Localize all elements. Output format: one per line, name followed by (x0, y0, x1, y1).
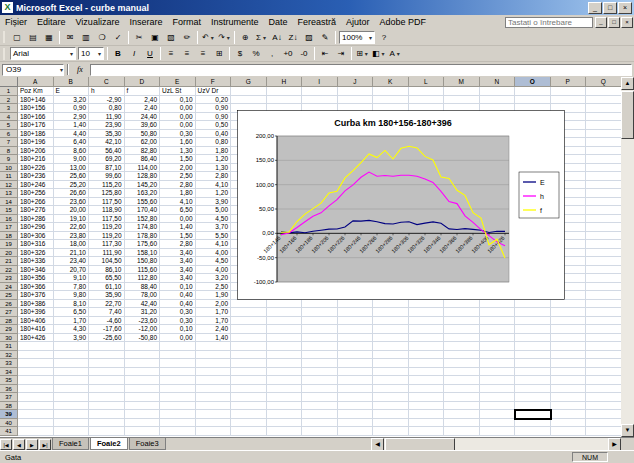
cell-B30[interactable]: 3,90 (54, 334, 90, 343)
cell-F25[interactable]: 1,90 (196, 291, 232, 300)
cell-Q21[interactable] (586, 257, 621, 266)
cell-N38[interactable] (480, 402, 516, 411)
cell-E38[interactable] (160, 402, 196, 411)
cell-A41[interactable] (18, 427, 54, 436)
row-header-36[interactable]: 36 (0, 385, 18, 394)
cell-A30[interactable]: 180+426 (18, 334, 54, 343)
cell-A14[interactable]: 180+266 (18, 198, 54, 207)
cell-G35[interactable] (231, 376, 267, 385)
cell-A21[interactable]: 180+336 (18, 257, 54, 266)
cell-E23[interactable]: 3,40 (160, 274, 196, 283)
cell-C26[interactable]: 22,70 (89, 300, 125, 309)
cell-D32[interactable] (125, 351, 161, 360)
cell-I41[interactable] (302, 427, 338, 436)
cell-O1[interactable] (515, 87, 551, 96)
cell-D20[interactable]: 158,10 (125, 249, 161, 258)
decrease-decimal-button[interactable]: -0 (296, 46, 312, 61)
cell-M34[interactable] (444, 368, 480, 377)
cell-Q7[interactable] (586, 138, 621, 147)
cell-M41[interactable] (444, 427, 480, 436)
cell-A40[interactable] (18, 419, 54, 428)
cell-P26[interactable] (551, 300, 587, 309)
comma-style-button[interactable]: , (264, 46, 280, 61)
vertical-scrollbar[interactable]: ▲ ▼ (621, 77, 634, 437)
cell-D36[interactable] (125, 385, 161, 394)
cell-E37[interactable] (160, 393, 196, 402)
cell-B35[interactable] (54, 376, 90, 385)
cell-E31[interactable] (160, 342, 196, 351)
scroll-right-button[interactable]: ▶ (608, 438, 621, 451)
cell-C18[interactable]: 119,20 (89, 232, 125, 241)
column-header-N[interactable]: N (480, 77, 516, 87)
cell-I38[interactable] (302, 402, 338, 411)
dropdown-arrow-icon[interactable]: ▾ (227, 34, 230, 41)
cell-N2[interactable] (480, 96, 516, 105)
cell-Q16[interactable] (586, 215, 621, 224)
cell-G1[interactable] (231, 87, 267, 96)
cell-B41[interactable] (54, 427, 90, 436)
cell-E9[interactable]: 1,50 (160, 155, 196, 164)
cell-A10[interactable]: 180+226 (18, 164, 54, 173)
cell-P36[interactable] (551, 385, 587, 394)
cell-A19[interactable]: 180+316 (18, 240, 54, 249)
cell-I33[interactable] (302, 359, 338, 368)
cell-C19[interactable]: 117,30 (89, 240, 125, 249)
cell-C31[interactable] (89, 342, 125, 351)
cell-D26[interactable]: 42,40 (125, 300, 161, 309)
cell-C38[interactable] (89, 402, 125, 411)
cell-I30[interactable] (302, 334, 338, 343)
cell-B25[interactable]: 9,80 (54, 291, 90, 300)
cell-N30[interactable] (480, 334, 516, 343)
row-header-15[interactable]: 15 (0, 206, 18, 215)
cell-Q29[interactable] (586, 325, 621, 334)
cell-E29[interactable]: 0,10 (160, 325, 196, 334)
cell-E32[interactable] (160, 351, 196, 360)
cell-I28[interactable] (302, 317, 338, 326)
cell-B27[interactable]: 6,50 (54, 308, 90, 317)
cell-O27[interactable] (515, 308, 551, 317)
cell-C17[interactable]: 119,20 (89, 223, 125, 232)
cell-B20[interactable]: 21,10 (54, 249, 90, 258)
cell-F8[interactable]: 1,80 (196, 147, 232, 156)
cell-B8[interactable]: 8,60 (54, 147, 90, 156)
cell-I26[interactable] (302, 300, 338, 309)
cell-H1[interactable] (267, 87, 303, 96)
cell-O31[interactable] (515, 342, 551, 351)
spelling-button[interactable]: ✓ (110, 30, 126, 45)
cell-E33[interactable] (160, 359, 196, 368)
cell-N29[interactable] (480, 325, 516, 334)
cell-N35[interactable] (480, 376, 516, 385)
cell-H26[interactable] (267, 300, 303, 309)
cell-F30[interactable]: 1,40 (196, 334, 232, 343)
row-header-31[interactable]: 31 (0, 342, 18, 351)
row-header-35[interactable]: 35 (0, 376, 18, 385)
cell-A23[interactable]: 180+356 (18, 274, 54, 283)
cell-D31[interactable] (125, 342, 161, 351)
cell-Q18[interactable] (586, 232, 621, 241)
cell-C11[interactable]: 99,60 (89, 172, 125, 181)
paste-button[interactable]: ▧ (163, 30, 179, 45)
cell-E10[interactable]: 2,00 (160, 164, 196, 173)
cell-E25[interactable]: 0,40 (160, 291, 196, 300)
cell-D35[interactable] (125, 376, 161, 385)
cell-G26[interactable] (231, 300, 267, 309)
cell-M28[interactable] (444, 317, 480, 326)
cell-D23[interactable]: 112,80 (125, 274, 161, 283)
cell-F5[interactable]: 0,50 (196, 121, 232, 130)
cell-H41[interactable] (267, 427, 303, 436)
cell-I32[interactable] (302, 351, 338, 360)
cell-F29[interactable]: 2,40 (196, 325, 232, 334)
cell-E8[interactable]: 1,30 (160, 147, 196, 156)
cell-P29[interactable] (551, 325, 587, 334)
cell-B14[interactable]: 23,60 (54, 198, 90, 207)
cell-F1[interactable]: UzV Dr (196, 87, 232, 96)
cell-D30[interactable]: -50,80 (125, 334, 161, 343)
font-color-button[interactable]: A▾ (387, 46, 403, 61)
cell-F11[interactable]: 2,80 (196, 172, 232, 181)
cell-D9[interactable]: 86,40 (125, 155, 161, 164)
cell-H39[interactable] (267, 410, 303, 419)
sort-descending-button[interactable]: Z↓ (285, 30, 301, 45)
cell-D16[interactable]: 152,80 (125, 215, 161, 224)
cell-C16[interactable]: 117,50 (89, 215, 125, 224)
cell-E1[interactable]: UzL St (160, 87, 196, 96)
